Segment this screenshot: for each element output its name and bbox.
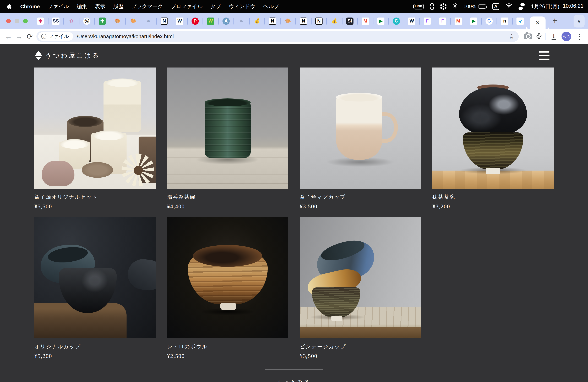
favicon-w-serif[interactable]: W xyxy=(175,16,185,26)
product-name: ビンテージカップ xyxy=(300,343,421,350)
pinned-tab-separator xyxy=(280,18,281,25)
favicon-moneybag[interactable]: 💰 xyxy=(330,16,339,26)
product-card[interactable]: レトロのボウル ¥2,500 xyxy=(167,217,288,359)
extensions-icon[interactable] xyxy=(535,32,543,40)
product-photo[interactable] xyxy=(167,217,288,338)
menu-bar-clock[interactable]: 1月26日(月) 10:06:21 xyxy=(531,3,584,10)
bowl-rim-shape xyxy=(60,139,89,149)
product-card[interactable]: 湯呑み茶碗 ¥4,400 xyxy=(167,68,288,210)
pinned-tab-separator xyxy=(512,18,513,25)
product-card[interactable]: 益子焼マグカップ ¥3,500 xyxy=(300,68,421,210)
product-price: ¥4,400 xyxy=(167,203,288,210)
favicon-sprig[interactable]: ❧ xyxy=(237,16,246,26)
favicon-gmail[interactable]: M xyxy=(360,16,370,26)
camera-icon[interactable] xyxy=(524,34,532,39)
product-photo[interactable] xyxy=(167,68,288,189)
olive-bowl-shape xyxy=(463,133,523,170)
product-price: ¥5,200 xyxy=(34,353,156,359)
apple-menu-icon[interactable] xyxy=(7,3,13,10)
product-photo[interactable] xyxy=(300,68,421,189)
product-card[interactable]: ビンテージカップ ¥3,500 xyxy=(300,217,421,359)
chrome-menu-icon[interactable]: ⋮ xyxy=(576,32,583,41)
product-card[interactable]: 益子焼オリジナルセット ¥5,500 xyxy=(34,68,156,210)
omnibox[interactable]: i ファイル /Users/kuranagatomoya/koharu/inde… xyxy=(37,31,519,42)
hamburger-menu-button[interactable] xyxy=(539,51,549,60)
favicon-meet[interactable]: ▶ xyxy=(376,16,386,26)
product-card[interactable]: 抹茶茶碗 ¥3,200 xyxy=(432,68,554,210)
brand-logo[interactable]: うつわ屋こはる xyxy=(34,51,100,60)
menu-item-edit[interactable]: 編集 xyxy=(77,3,87,10)
favicon-meet[interactable]: ▶ xyxy=(469,16,479,26)
favicon-ss[interactable]: SS xyxy=(51,16,61,26)
figma-icon[interactable] xyxy=(430,3,434,10)
favicon-st[interactable]: St xyxy=(345,16,355,26)
close-tab-icon[interactable]: ✕ xyxy=(535,19,540,26)
menu-item-bookmarks[interactable]: ブックマーク xyxy=(131,3,163,10)
menu-item-view[interactable]: 表示 xyxy=(95,3,105,10)
product-photo[interactable] xyxy=(300,217,421,338)
menu-item-history[interactable]: 履歴 xyxy=(113,3,124,10)
favicon-blue-a[interactable]: A xyxy=(221,16,231,26)
favicon-mynavi[interactable]: マ xyxy=(515,16,525,26)
favicon-palette[interactable]: 🎨 xyxy=(128,16,138,26)
battery-indicator[interactable]: 100% xyxy=(463,4,486,9)
favicon-notion[interactable]: N xyxy=(159,16,169,26)
favicon-note[interactable]: n xyxy=(500,16,509,26)
favicon-flower[interactable]: ✿ xyxy=(66,16,76,26)
favicon-notion[interactable]: N xyxy=(314,16,324,26)
menu-item-profiles[interactable]: プロファイル xyxy=(171,3,203,10)
url-scheme-chip[interactable]: i ファイル xyxy=(38,32,73,41)
favicon-pinterest[interactable]: P xyxy=(190,16,200,26)
input-source-icon[interactable]: A xyxy=(492,3,499,10)
profile-avatar[interactable]: 智也 xyxy=(562,32,571,41)
bluetooth-icon[interactable] xyxy=(453,2,457,10)
favicon-sprig[interactable]: ❧ xyxy=(144,16,153,26)
see-more-button[interactable]: もっとみる xyxy=(265,369,323,382)
downloads-icon[interactable]: ↓ xyxy=(551,33,556,40)
time-label: 10:06:21 xyxy=(563,3,584,10)
bookmark-star-icon[interactable]: ☆ xyxy=(506,33,517,40)
close-window-button[interactable] xyxy=(6,19,11,23)
pinned-tab-separator xyxy=(295,18,296,25)
new-tab-button[interactable]: + xyxy=(552,17,557,26)
battery-percent: 100% xyxy=(463,4,476,9)
menu-item-chrome[interactable]: Chrome xyxy=(20,4,40,9)
favicon-notion[interactable]: N xyxy=(299,16,308,26)
dots-flower-icon[interactable] xyxy=(442,6,444,7)
menu-item-window[interactable]: ウィンドウ xyxy=(229,3,255,10)
menu-item-help[interactable]: ヘルプ xyxy=(263,3,279,10)
product-photo[interactable] xyxy=(34,68,156,189)
favicon-palette[interactable]: 🎨 xyxy=(113,16,123,26)
favicon-canva[interactable]: C xyxy=(392,16,401,26)
product-photo[interactable] xyxy=(34,217,156,338)
minimize-window-button[interactable] xyxy=(15,19,19,23)
favicon-slack[interactable]: ✤ xyxy=(36,16,45,26)
menu-item-tab[interactable]: タブ xyxy=(210,3,221,10)
tab-search-chevron-button[interactable]: ∨ xyxy=(574,15,585,27)
active-tab[interactable]: ✕ xyxy=(530,17,546,29)
favicon-w-serif[interactable]: W xyxy=(407,16,417,26)
favicon-gmail[interactable]: M xyxy=(453,16,463,26)
favicon-moneybag[interactable]: 💰 xyxy=(252,16,262,26)
back-button[interactable]: ← xyxy=(3,31,14,42)
favicon-google[interactable]: G xyxy=(484,16,494,26)
product-grid: 益子焼オリジナルセット ¥5,500 湯呑み茶碗 ¥4,400 益子焼マグカップ… xyxy=(0,61,588,359)
url-text[interactable]: /Users/kuranagatomoya/koharu/index.html xyxy=(77,34,506,39)
control-center-icon[interactable] xyxy=(519,3,525,10)
favicon-w-oval[interactable]: Ⓦ xyxy=(82,16,92,26)
forward-button[interactable]: → xyxy=(14,31,24,42)
wifi-icon[interactable] xyxy=(505,3,512,10)
favicon-figma[interactable]: F xyxy=(422,16,432,26)
product-price: ¥5,500 xyxy=(34,203,156,210)
favicon-green-w[interactable]: W xyxy=(206,16,215,26)
favicon-palette[interactable]: 🎨 xyxy=(283,16,293,26)
favicon-figma[interactable]: F xyxy=(438,16,447,26)
menu-item-file[interactable]: ファイル xyxy=(48,3,69,10)
favicon-notion[interactable]: N xyxy=(268,16,277,26)
line-icon[interactable]: LINE xyxy=(413,4,424,9)
favicon-green-cross[interactable]: ✚ xyxy=(98,16,107,26)
product-photo[interactable] xyxy=(432,68,554,189)
zoom-window-button[interactable] xyxy=(23,19,28,23)
product-card[interactable]: オリジナルカップ ¥5,200 xyxy=(34,217,156,359)
reload-button[interactable]: ⟳ xyxy=(24,31,35,42)
